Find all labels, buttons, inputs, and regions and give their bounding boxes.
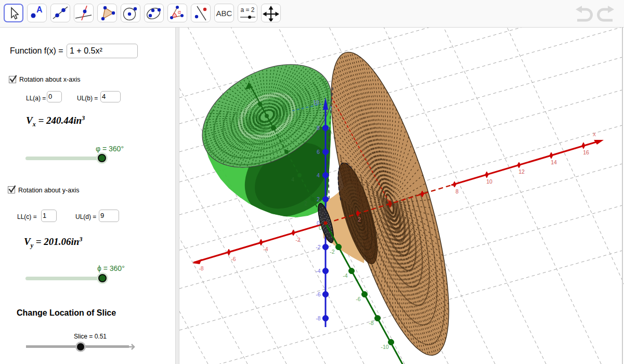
- svg-text:16: 16: [583, 149, 589, 155]
- svg-text:a = 2: a = 2: [240, 6, 254, 14]
- svg-text:A: A: [36, 5, 43, 14]
- svg-text:0: 0: [319, 225, 322, 231]
- svg-text:-4: -4: [343, 272, 347, 279]
- svg-text:-6: -6: [316, 291, 320, 297]
- svg-text:-6: -6: [356, 296, 360, 302]
- svg-text:4: 4: [291, 177, 294, 183]
- svg-text:-6: -6: [231, 256, 236, 262]
- svg-text:10: 10: [486, 178, 492, 185]
- svg-text:4: 4: [317, 172, 320, 178]
- svg-text:2: 2: [317, 196, 320, 202]
- svg-text:-8: -8: [316, 315, 320, 321]
- svg-text:-4: -4: [316, 268, 320, 274]
- svg-text:8: 8: [456, 188, 459, 194]
- svg-text:-8: -8: [199, 265, 203, 271]
- svg-text:x: x: [593, 131, 596, 138]
- svg-text:-2: -2: [295, 237, 300, 243]
- svg-text:14: 14: [551, 159, 557, 165]
- svg-text:12: 12: [518, 168, 525, 175]
- svg-text:-10: -10: [381, 344, 388, 350]
- svg-text:α: α: [178, 9, 181, 15]
- svg-text:2: 2: [304, 201, 307, 206]
- svg-text:-4: -4: [263, 246, 268, 252]
- svg-text:-2: -2: [316, 244, 320, 250]
- svg-text:-2: -2: [330, 249, 334, 255]
- svg-text:6: 6: [317, 149, 320, 155]
- svg-text:2: 2: [358, 216, 361, 223]
- svg-text:ABC: ABC: [216, 9, 232, 18]
- svg-text:8: 8: [317, 125, 320, 131]
- svg-text:-8: -8: [369, 320, 373, 326]
- svg-text:z: z: [330, 105, 333, 112]
- svg-text:10: 10: [313, 99, 319, 106]
